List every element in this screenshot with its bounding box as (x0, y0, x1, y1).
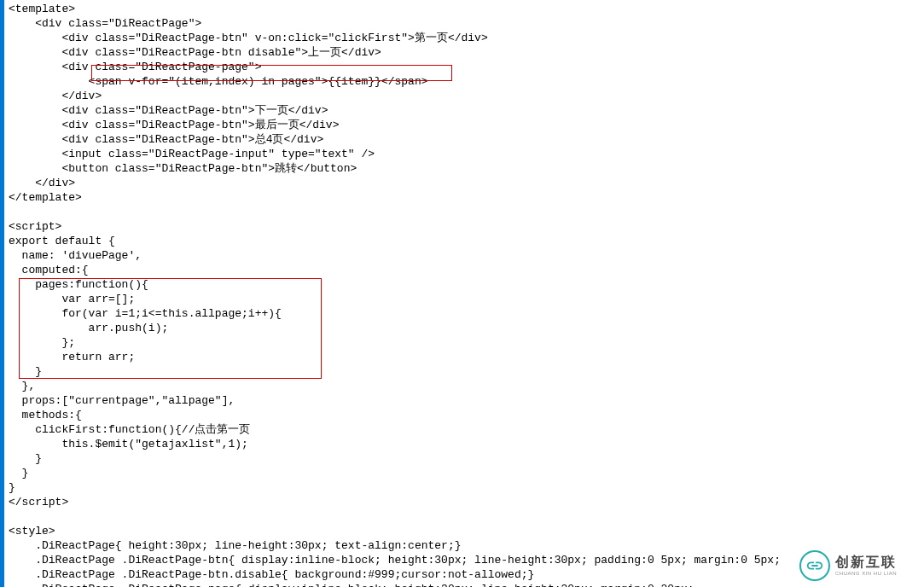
code-editor-content[interactable]: <template> <div class="DiReactPage"> <di… (0, 0, 924, 587)
code-line: <span v-for="(item,index) in pages">{{it… (9, 75, 427, 88)
code-line: </div> (9, 177, 75, 189)
code-line: arr.push(i); (9, 322, 168, 334)
code-line: .DiReactPage .DiReactPage-btn.disable{ b… (9, 568, 534, 581)
code-line: props:["currentpage","allpage"], (9, 394, 235, 407)
watermark-logo-area: 创新互联 CHUANG XIN HU LIAN (799, 549, 919, 582)
code-line: <input class="DiReactPage-input" type="t… (9, 148, 375, 160)
code-line: <div class="DiReactPage"> (9, 17, 201, 30)
watermark-icon (799, 550, 830, 581)
code-line: } (9, 467, 28, 479)
code-line: this.$emit("getajaxlist",1); (9, 438, 248, 450)
watermark-title: 创新互联 (835, 555, 897, 569)
code-line: <div class="DiReactPage-btn">最后一页</div> (9, 119, 339, 131)
watermark-text: 创新互联 CHUANG XIN HU LIAN (835, 555, 897, 576)
link-icon (805, 556, 824, 575)
code-line: <template> (9, 3, 75, 15)
code-line: </script> (9, 496, 68, 509)
code-line: .DiReactPage{ height:30px; line-height:3… (9, 539, 462, 552)
code-line: } (9, 365, 42, 378)
code-line: <style> (9, 525, 55, 538)
code-line: </div> (9, 90, 102, 102)
code-line: export default { (9, 235, 115, 247)
code-line: <div class="DiReactPage-btn" v-on:click=… (9, 32, 488, 44)
code-line: computed:{ (9, 264, 89, 276)
code-line: var arr=[]; (9, 293, 135, 305)
code-line: clickFirst:function(){//点击第一页 (9, 423, 250, 436)
left-gutter-bar (0, 0, 4, 587)
code-line: <div class="DiReactPage-btn">下一页</div> (9, 104, 328, 117)
code-line: } (9, 481, 15, 494)
code-line: pages:function(){ (9, 278, 148, 291)
code-line: .DiReactPage .DiReactPage-page{ display:… (9, 583, 694, 587)
code-line: </template> (9, 191, 82, 204)
code-line: <script> (9, 220, 61, 233)
code-line: methods:{ (9, 409, 82, 421)
code-line: <button class="DiReactPage-btn">跳转</butt… (9, 162, 357, 175)
code-line: <div class="DiReactPage-btn disable">上一页… (9, 46, 381, 59)
watermark-subtitle: CHUANG XIN HU LIAN (835, 571, 897, 576)
code-line: return arr; (9, 351, 135, 363)
code-line: for(var i=1;i<=this.allpage;i++){ (9, 307, 282, 320)
code-line: <div class="DiReactPage-page"> (9, 61, 261, 73)
code-line: }; (9, 336, 75, 349)
code-line: }, (9, 380, 35, 392)
code-line: name: 'divuePage', (9, 249, 142, 262)
code-line: .DiReactPage .DiReactPage-btn{ display:i… (9, 554, 781, 567)
code-line: } (9, 452, 42, 465)
code-line: <div class="DiReactPage-btn">总4页</div> (9, 133, 323, 146)
